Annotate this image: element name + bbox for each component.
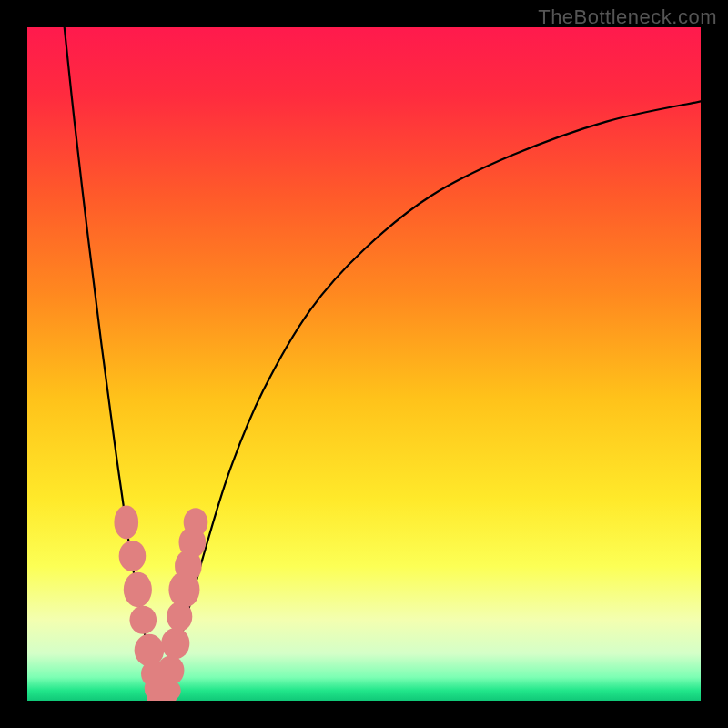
highlight-dot	[114, 505, 138, 539]
highlight-dot	[161, 628, 189, 659]
plot-area	[27, 27, 701, 701]
chart-svg	[27, 27, 701, 701]
highlight-dot	[184, 508, 208, 536]
highlight-dot	[129, 606, 157, 634]
outer-frame: TheBottleneck.com	[0, 0, 728, 728]
watermark-text: TheBottleneck.com	[538, 5, 717, 29]
highlight-dot	[157, 655, 185, 685]
highlight-dot	[119, 541, 147, 571]
highlight-dot	[124, 572, 152, 607]
